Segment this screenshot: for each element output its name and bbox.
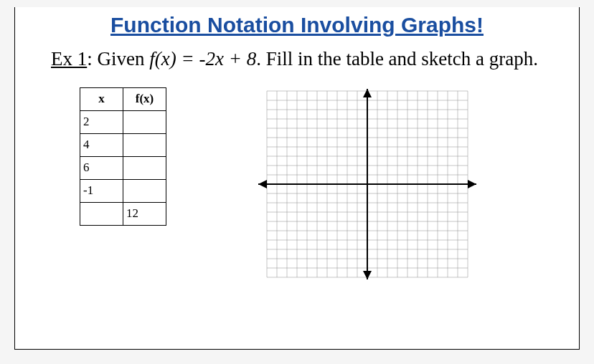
example-label: Ex 1 (51, 48, 87, 70)
cell-fx (123, 133, 166, 156)
table-row: 6 (80, 156, 166, 179)
example-prompt: Ex 1: Given f(x) = -2x + 8. Fill in the … (51, 47, 543, 72)
cell-fx (123, 179, 166, 202)
content-row: x f(x) 2 4 6 -1 (51, 87, 543, 281)
cell-x: -1 (80, 179, 123, 202)
cell-fx (123, 156, 166, 179)
table-row: 4 (80, 133, 166, 156)
col-x-header: x (80, 87, 123, 110)
cell-x: 2 (80, 110, 123, 133)
table-row: -1 (80, 179, 166, 202)
table-row: 12 (80, 202, 166, 225)
prompt-prefix: : Given (87, 48, 149, 70)
table-header-row: x f(x) (80, 87, 166, 110)
col-fx-header: f(x) (123, 87, 166, 110)
slide: Function Notation Involving Graphs! Ex 1… (14, 7, 580, 350)
function-definition: f(x) = -2x + 8 (149, 48, 256, 70)
cell-x: 6 (80, 156, 123, 179)
cell-x: 4 (80, 133, 123, 156)
value-table: x f(x) 2 4 6 -1 (80, 87, 166, 226)
coordinate-grid (253, 87, 482, 281)
cell-fx: 12 (123, 202, 166, 225)
page-title: Function Notation Involving Graphs! (51, 13, 543, 37)
cell-fx (123, 110, 166, 133)
cell-x (80, 202, 123, 225)
table-row: 2 (80, 110, 166, 133)
prompt-suffix: . Fill in the table and sketch a graph. (256, 48, 538, 70)
